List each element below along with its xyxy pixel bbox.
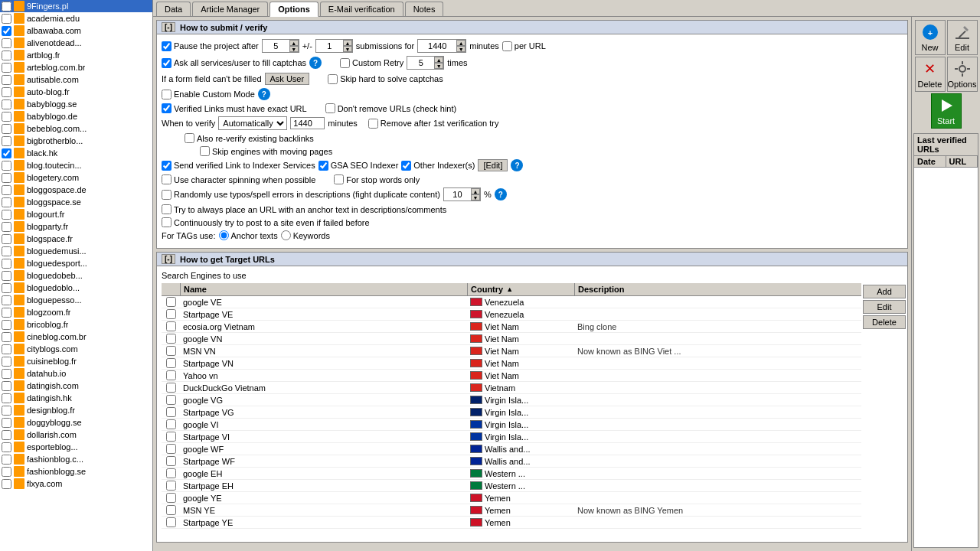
- list-item[interactable]: bricoblog.fr: [0, 318, 152, 331]
- tab-options[interactable]: Options: [270, 2, 318, 17]
- engine-checkbox[interactable]: [166, 432, 176, 442]
- table-row[interactable]: Startpage EHWestern ...: [162, 480, 861, 492]
- list-item-checkbox[interactable]: [2, 369, 11, 379]
- dont-remove-checkbox[interactable]: [325, 103, 335, 113]
- list-item[interactable]: black.hk: [0, 147, 152, 159]
- list-item[interactable]: auto-blog.fr: [0, 86, 152, 98]
- engine-checkbox[interactable]: [166, 334, 176, 344]
- list-item[interactable]: datingish.com: [0, 380, 152, 392]
- pause-spinner[interactable]: ▲ ▼: [262, 39, 299, 53]
- list-item-checkbox[interactable]: [2, 381, 11, 391]
- list-item[interactable]: bebeblog.com...: [0, 122, 152, 135]
- list-item[interactable]: blog.toutecin...: [0, 159, 152, 171]
- continuously-checkbox[interactable]: [162, 217, 172, 227]
- table-row[interactable]: google WFWallis and...: [162, 443, 861, 455]
- list-item[interactable]: 9Fingers.pl: [0, 0, 152, 12]
- list-item-checkbox[interactable]: [2, 210, 11, 220]
- list-item-checkbox[interactable]: [2, 393, 11, 403]
- list-item-checkbox[interactable]: [2, 197, 11, 207]
- list-item[interactable]: bloguedoblo...: [0, 282, 152, 294]
- retry-down[interactable]: ▼: [434, 63, 443, 69]
- list-item[interactable]: designblog.fr: [0, 404, 152, 416]
- list-item[interactable]: bloguedobeb...: [0, 269, 152, 282]
- list-item[interactable]: bloggspace.se: [0, 196, 152, 208]
- list-item[interactable]: fashionblogg.se: [0, 465, 152, 478]
- other-indexers-checkbox[interactable]: [401, 161, 411, 171]
- engine-checkbox[interactable]: [166, 297, 176, 307]
- collapse-btn-1[interactable]: [-]: [162, 22, 175, 32]
- when-verify-select[interactable]: Automatically Never Once: [218, 116, 287, 130]
- engine-checkbox[interactable]: [166, 395, 176, 405]
- list-item[interactable]: artblog.fr: [0, 49, 152, 61]
- list-item-checkbox[interactable]: [2, 357, 11, 367]
- list-item[interactable]: blogspace.fr: [0, 233, 152, 245]
- engine-checkbox[interactable]: [166, 517, 176, 527]
- add-engine-button[interactable]: Add: [863, 285, 906, 298]
- list-item-checkbox[interactable]: [2, 136, 11, 146]
- pause-value-input[interactable]: [263, 41, 289, 51]
- engine-checkbox[interactable]: [166, 419, 176, 429]
- retry-up[interactable]: ▲: [434, 57, 443, 63]
- table-row[interactable]: google EHWestern ...: [162, 468, 861, 480]
- step-up[interactable]: ▲: [343, 40, 352, 46]
- typos-down[interactable]: ▼: [471, 194, 480, 201]
- engine-checkbox[interactable]: [166, 505, 176, 515]
- new-button[interactable]: + New: [915, 20, 946, 55]
- tab-article-manager[interactable]: Article Manager: [192, 2, 268, 16]
- custom-retry-checkbox[interactable]: [340, 58, 350, 68]
- list-item-checkbox[interactable]: [2, 51, 11, 60]
- list-item-checkbox[interactable]: [2, 124, 11, 134]
- list-item-checkbox[interactable]: [2, 99, 11, 109]
- help-icon-typos[interactable]: ?: [495, 188, 507, 201]
- edit-engine-button[interactable]: Edit: [863, 300, 906, 314]
- pause-step-input[interactable]: [316, 41, 343, 51]
- step-down[interactable]: ▼: [343, 46, 352, 52]
- header-name[interactable]: Name: [180, 283, 467, 295]
- list-item-checkbox[interactable]: [2, 173, 11, 183]
- table-row[interactable]: Startpage VGVirgin Isla...: [162, 406, 861, 419]
- table-row[interactable]: google VEVenezuela: [162, 296, 861, 308]
- list-item[interactable]: blogparty.fr: [0, 220, 152, 233]
- custom-retry-spinner[interactable]: ▲ ▼: [407, 56, 444, 70]
- skip-captcha-checkbox[interactable]: [328, 74, 338, 84]
- help-icon-captcha[interactable]: ?: [309, 57, 322, 69]
- custom-mode-checkbox[interactable]: [162, 90, 172, 99]
- delete-engine-button[interactable]: Delete: [863, 315, 906, 329]
- list-item-checkbox[interactable]: [2, 234, 11, 244]
- list-item-checkbox[interactable]: [2, 283, 11, 293]
- list-item[interactable]: autisable.com: [0, 73, 152, 86]
- list-item-checkbox[interactable]: [2, 259, 11, 269]
- subs-up[interactable]: ▲: [456, 40, 466, 46]
- engine-checkbox[interactable]: [166, 468, 176, 478]
- list-item-checkbox[interactable]: [2, 87, 11, 97]
- list-item[interactable]: flxya.com: [0, 478, 152, 490]
- list-item[interactable]: esporteblog...: [0, 441, 152, 453]
- list-item[interactable]: blogourt.fr: [0, 208, 152, 220]
- typos-checkbox[interactable]: [162, 190, 172, 200]
- list-item[interactable]: blogetery.com: [0, 171, 152, 184]
- help-icon-indexer[interactable]: ?: [511, 159, 523, 171]
- collapse-btn-2[interactable]: [-]: [162, 254, 175, 264]
- tab-notes[interactable]: Notes: [405, 2, 444, 16]
- table-row[interactable]: Startpage VEVenezuela: [162, 308, 861, 321]
- help-icon-custom[interactable]: ?: [258, 88, 270, 100]
- custom-retry-input[interactable]: [407, 57, 434, 68]
- per-url-checkbox[interactable]: [502, 41, 512, 51]
- table-row[interactable]: google VGVirgin Isla...: [162, 394, 861, 406]
- delete-button[interactable]: ✕ Delete: [915, 57, 946, 92]
- list-item[interactable]: bloguedesport...: [0, 257, 152, 269]
- ask-captcha-checkbox[interactable]: [162, 58, 172, 68]
- list-item-checkbox[interactable]: [2, 222, 11, 232]
- list-item[interactable]: babyblogg.se: [0, 98, 152, 110]
- table-row[interactable]: DuckDuckGo VietnamVietnam: [162, 382, 861, 394]
- list-item-checkbox[interactable]: [2, 479, 11, 489]
- table-row[interactable]: MSN VNViet NamNow known as BING Viet ...: [162, 345, 861, 357]
- list-item[interactable]: dollarish.com: [0, 429, 152, 441]
- list-item-checkbox[interactable]: [2, 332, 11, 342]
- table-row[interactable]: MSN YEYemenNow known as BING Yemen: [162, 504, 861, 517]
- engine-checkbox[interactable]: [166, 456, 176, 466]
- engine-checkbox[interactable]: [166, 358, 176, 368]
- submissions-value-input[interactable]: [418, 41, 456, 51]
- submissions-spinner[interactable]: ▲ ▼: [417, 39, 466, 53]
- list-item-checkbox[interactable]: [2, 430, 11, 440]
